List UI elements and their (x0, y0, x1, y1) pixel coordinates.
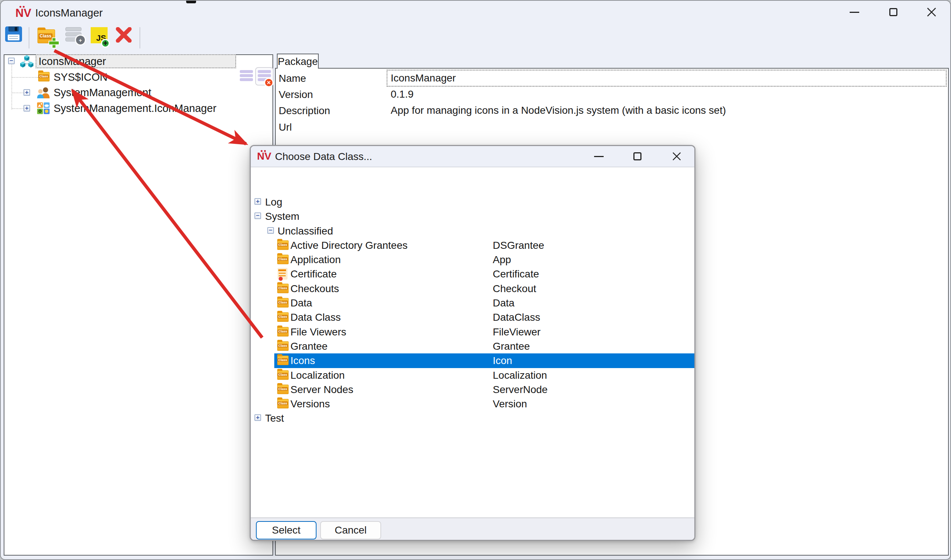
close-icon (926, 7, 937, 17)
expander-icon[interactable]: + (23, 89, 30, 96)
expander-icon[interactable]: − (267, 227, 274, 234)
tree-item-systemmanagement-iconmanager[interactable]: SystemManagement.IconManager (54, 101, 216, 115)
users-icon (37, 87, 50, 98)
name-input[interactable] (387, 70, 946, 87)
delete-button[interactable] (115, 27, 132, 44)
tree-item-systemmanagement[interactable]: SystemManagement (54, 86, 151, 100)
explorer-panel (4, 54, 273, 555)
class-folder-add-icon: Class (37, 29, 55, 43)
nv-logo-icon: NV (257, 151, 271, 162)
nv-logo-icon: NV (15, 7, 31, 19)
class-icon-label: Class (277, 286, 288, 290)
add-script-button[interactable]: JS + (91, 27, 108, 43)
list-rows-delete-button[interactable]: ✕ (255, 67, 274, 86)
maximize-icon (889, 8, 897, 16)
tree-connector (12, 92, 24, 93)
screen-notch-artifact (186, 1, 196, 3)
select-button[interactable]: Select (256, 521, 316, 540)
delete-x-icon (115, 27, 132, 43)
expander-icon[interactable]: + (254, 414, 261, 421)
dialog-tree-row[interactable]: Class Localization Localization (251, 368, 694, 382)
add-plus-circle-icon: + (101, 39, 110, 48)
close-icon (672, 152, 681, 161)
tab-package[interactable]: Package (277, 54, 319, 69)
field-value-name[interactable]: IconsManager (391, 71, 456, 85)
class-icon-label: Class (277, 257, 288, 261)
dialog-tree-row[interactable]: − Unclassified (251, 224, 694, 238)
dialog-tree-row[interactable]: + Log (251, 195, 694, 209)
tree-connector (12, 77, 38, 78)
dialog-tree: + Log − System − Unclassified Class Acti… (251, 168, 694, 517)
screen: NV IconsManager Class (0, 0, 951, 560)
add-table-button[interactable]: + (65, 27, 83, 43)
expander-icon[interactable]: − (8, 58, 15, 64)
dialog-tree-row-selected[interactable]: Class Icons Icon (251, 353, 694, 368)
tree-item-sysicon[interactable]: SYS$ICON (54, 70, 108, 84)
class-icon: Class (277, 341, 288, 351)
dialog-tree-row[interactable]: Class Server Nodes ServerNode (251, 382, 694, 397)
dialog-tree-row[interactable]: Class Application App (251, 252, 694, 267)
window-title: IconsManager (35, 1, 103, 25)
tree-connector (12, 108, 24, 109)
dialog-close-button[interactable] (664, 145, 689, 168)
class-icon: Class (277, 255, 288, 264)
dialog-tree-row[interactable]: + Test (251, 411, 694, 425)
field-value-description[interactable]: App for managing icons in a NodeVision.j… (391, 103, 726, 117)
dialog-tree-row[interactable]: Class Grantee Grantee (251, 339, 694, 353)
class-icon: Class (277, 355, 288, 365)
class-icon-label: Class (277, 315, 288, 318)
dialog-tree-row[interactable]: Class Active Directory Grantees DSGrante… (251, 238, 694, 252)
choose-data-class-dialog: NV Choose Data Class... + Log − (250, 145, 695, 541)
remove-badge-icon: ✕ (264, 78, 274, 87)
app-cubes-icon (20, 54, 34, 68)
toolbar-separator (29, 27, 29, 48)
class-icon-label: Class (277, 243, 288, 247)
dialog-tree-row[interactable]: Class Versions Version (251, 397, 694, 411)
list-rows-icon[interactable] (240, 70, 253, 82)
close-button[interactable] (919, 1, 944, 23)
add-plus-circle-icon: + (75, 34, 86, 46)
class-folder-icon: Class (38, 72, 49, 82)
maximize-icon (633, 152, 641, 160)
class-icon-label: Class (39, 74, 49, 78)
class-icon: Class (277, 284, 288, 293)
maximize-button[interactable] (881, 1, 905, 23)
class-icon-label: Class (277, 358, 288, 362)
dialog-footer: Select Cancel (251, 517, 694, 540)
expander-icon[interactable]: + (23, 105, 30, 112)
add-plus-icon (49, 38, 59, 48)
save-button[interactable] (5, 26, 22, 42)
titlebar: NV IconsManager (1, 1, 950, 25)
expander-icon[interactable]: − (254, 212, 261, 219)
dialog-tree-row[interactable]: Class File Viewers FileViewer (251, 325, 694, 339)
class-icon: Class (277, 327, 288, 337)
certificate-icon (277, 268, 288, 280)
toolbar: Class + JS + (1, 25, 950, 52)
dialog-tree-row[interactable]: Class Data Class DataClass (251, 310, 694, 325)
class-icon: Class (277, 385, 288, 394)
add-class-button[interactable]: Class (37, 29, 55, 43)
dialog-tree-row[interactable]: Certificate Certificate (251, 267, 694, 281)
class-icon-label: Class (277, 344, 288, 348)
class-icon: Class (277, 312, 288, 322)
class-icon: Class (277, 370, 288, 380)
minimize-icon (594, 156, 604, 157)
main-window: NV IconsManager Class (0, 0, 951, 560)
tree-item-iconsmanager[interactable]: IconsManager (39, 54, 106, 68)
dialog-tree-row[interactable]: − System (251, 209, 694, 223)
dialog-title: Choose Data Class... (275, 146, 372, 167)
class-icon-label: Class (277, 387, 288, 391)
cancel-button[interactable]: Cancel (320, 521, 381, 540)
dialog-maximize-button[interactable] (625, 145, 650, 168)
class-icon-label: Class (277, 300, 288, 304)
minimize-button[interactable] (842, 1, 866, 23)
field-label-version: Version (279, 88, 313, 102)
expander-icon[interactable]: + (254, 198, 261, 205)
class-icon-label: Class (277, 402, 288, 405)
class-icon: Class (277, 399, 288, 408)
dialog-minimize-button[interactable] (587, 145, 611, 168)
field-label-name: Name (279, 72, 306, 86)
dialog-tree-row[interactable]: Class Checkouts Checkout (251, 282, 694, 296)
field-value-version[interactable]: 0.1.9 (391, 87, 413, 101)
dialog-tree-row[interactable]: Class Data Data (251, 296, 694, 310)
